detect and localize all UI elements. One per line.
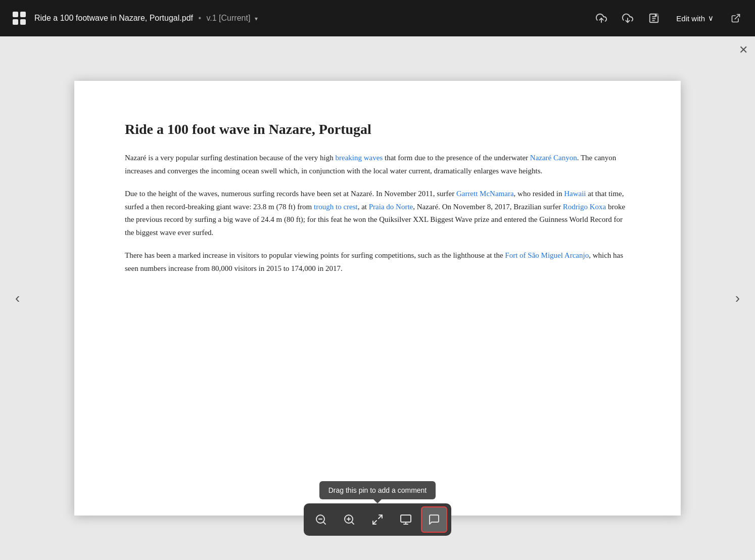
- link-nazare-canyon[interactable]: Nazaré Canyon: [530, 154, 577, 162]
- pdf-page: Ride a 100 foot wave in Nazare, Portugal…: [74, 81, 681, 516]
- zoom-in-button[interactable]: [336, 506, 362, 533]
- link-praia[interactable]: Praia do Norte: [369, 203, 413, 211]
- svg-line-17: [352, 522, 354, 524]
- edit-with-button[interactable]: Edit with ∨: [671, 11, 719, 26]
- svg-line-21: [373, 521, 376, 524]
- app-logo: [10, 9, 28, 27]
- svg-rect-3: [20, 19, 26, 25]
- next-page-button[interactable]: ›: [730, 285, 745, 311]
- topbar-actions: 0 Edit with ∨: [592, 9, 745, 27]
- topbar: Ride a 100 footwave in Nazare, Portugal.…: [0, 0, 755, 36]
- zoom-out-button[interactable]: [308, 506, 334, 533]
- pdf-paragraph-3: There has been a marked increase in visi…: [125, 249, 630, 275]
- external-link-button[interactable]: [727, 9, 745, 27]
- link-breaking-waves[interactable]: breaking waves: [336, 154, 383, 162]
- main-area: ✕ ‹ Ride a 100 foot wave in Nazare, Port…: [0, 36, 755, 560]
- link-fort[interactable]: Fort of São Miguel Arcanjo: [505, 251, 589, 259]
- svg-rect-1: [20, 12, 26, 17]
- pdf-title: Ride a 100 foot wave in Nazare, Portugal: [125, 121, 630, 137]
- pdf-body: Nazaré is a very popular surfing destina…: [125, 152, 630, 275]
- comments-button[interactable]: 0: [645, 9, 663, 27]
- comment-pin-button[interactable]: [421, 506, 447, 533]
- comment-tooltip: Drag this pin to add a comment: [319, 481, 436, 499]
- bottom-toolbar: [304, 503, 451, 536]
- fit-button[interactable]: [364, 506, 391, 533]
- download-button[interactable]: [619, 9, 637, 27]
- svg-rect-2: [13, 19, 18, 25]
- link-garrett[interactable]: Garrett McNamara: [456, 190, 514, 198]
- present-button[interactable]: [393, 506, 419, 533]
- svg-rect-22: [401, 515, 411, 522]
- svg-line-20: [379, 515, 382, 519]
- prev-page-button[interactable]: ‹: [10, 285, 25, 311]
- svg-rect-0: [13, 12, 18, 17]
- upload-button[interactable]: [592, 9, 610, 27]
- link-trough[interactable]: trough to crest: [314, 203, 358, 211]
- bottom-toolbar-wrapper: Drag this pin to add a comment: [304, 481, 451, 536]
- close-button[interactable]: ✕: [739, 43, 748, 57]
- link-hawaii[interactable]: Hawaii: [564, 190, 586, 198]
- document-title: Ride a 100 footwave in Nazare, Portugal.…: [34, 14, 586, 23]
- pdf-paragraph-2: Due to the height of the waves, numerous…: [125, 188, 630, 239]
- svg-line-12: [735, 15, 739, 19]
- pdf-paragraph-1: Nazaré is a very popular surfing destina…: [125, 152, 630, 177]
- link-rodrigo[interactable]: Rodrigo Koxa: [563, 203, 606, 211]
- svg-line-14: [323, 522, 325, 524]
